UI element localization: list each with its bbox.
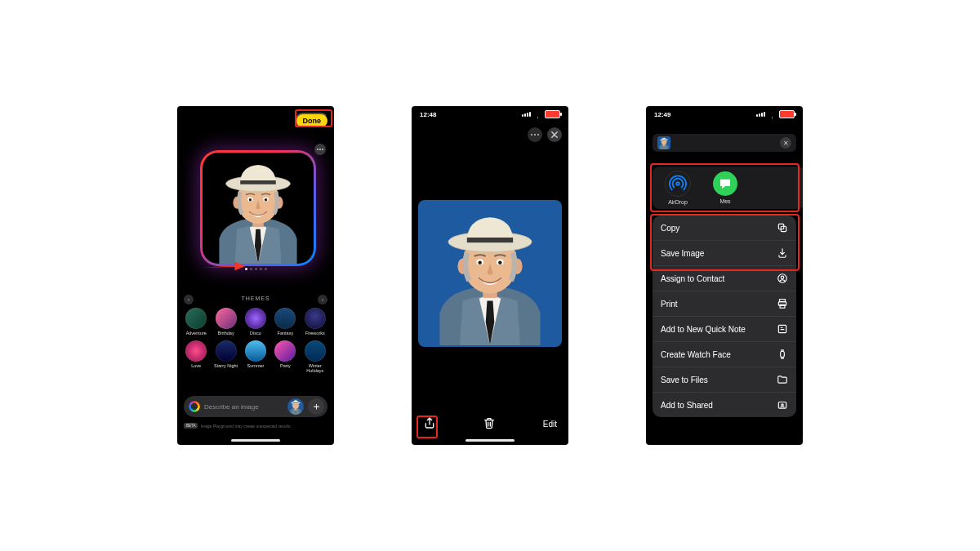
theme-label: Fantasy	[278, 331, 294, 335]
fineprint: BETA Image Playground may create unexpec…	[184, 423, 327, 429]
statusbar: 12:48 14	[412, 106, 568, 122]
highlight-share-row	[650, 163, 800, 212]
close-button[interactable]: ✕	[780, 137, 791, 149]
home-indicator[interactable]	[231, 439, 280, 442]
more-button[interactable]	[314, 144, 326, 155]
beta-badge: BETA	[184, 423, 198, 429]
watch-icon	[777, 349, 788, 360]
theme-disco[interactable]: Disco	[242, 308, 270, 335]
statusbar: 12:49 14	[646, 106, 803, 122]
themes-heading: THEMES	[177, 295, 334, 301]
delete-button[interactable]	[483, 416, 496, 431]
siri-icon	[189, 401, 200, 412]
theme-label: Fireworks	[305, 331, 325, 335]
shared-icon	[777, 399, 788, 411]
theme-label: Party	[280, 363, 291, 368]
add-button[interactable]: ＋	[308, 398, 324, 415]
theme-fantasy[interactable]: Fantasy	[271, 308, 299, 335]
close-button[interactable]	[547, 127, 562, 142]
screenshots-row: Done ‹ THEMES › AdventureBirthdayDiscoFa…	[0, 106, 980, 445]
action-label: Add to New Quick Note	[661, 325, 746, 334]
theme-summer[interactable]: Summer	[242, 340, 270, 373]
edit-button[interactable]: Edit	[543, 420, 557, 429]
theme-adventure[interactable]: Adventure	[182, 308, 210, 335]
signal-icon	[522, 112, 531, 117]
theme-label: Adventure	[186, 331, 207, 335]
prompt-input[interactable]: Describe an image	[204, 403, 283, 411]
wifi-icon	[533, 110, 542, 119]
more-button[interactable]	[528, 127, 542, 142]
battery-icon: 14	[545, 110, 560, 118]
prompt-input-row: Describe an image ＋	[184, 396, 327, 417]
action-print[interactable]: Print	[653, 291, 796, 317]
highlight-done	[295, 109, 332, 127]
action-label: Print	[661, 300, 678, 309]
action-label: Assign to Contact	[661, 274, 724, 283]
highlight-share	[416, 415, 438, 438]
themes-next-button[interactable]: ›	[318, 295, 327, 304]
annotation-arrow	[202, 260, 247, 272]
wifi-icon	[768, 110, 777, 119]
image-preview[interactable]	[418, 200, 562, 347]
share-sheet-header: ✕	[653, 134, 796, 152]
theme-winter-holidays[interactable]: Winter Holidays	[301, 340, 329, 373]
status-time: 12:49	[654, 111, 670, 118]
share-thumbnail	[657, 136, 670, 149]
generated-avatar	[203, 153, 314, 264]
action-files[interactable]: Save to Files	[653, 367, 796, 393]
theme-birthday[interactable]: Birthday	[212, 308, 240, 335]
action-watch[interactable]: Create Watch Face	[653, 342, 796, 367]
theme-label: Love	[191, 363, 201, 368]
phone-2: 12:48 14 Edit	[412, 106, 568, 445]
theme-party[interactable]: Party	[271, 340, 299, 373]
page-dots	[177, 268, 334, 270]
highlight-actions	[650, 214, 800, 271]
themes-grid: AdventureBirthdayDiscoFantasyFireworksLo…	[182, 308, 329, 373]
theme-label: Winter Holidays	[306, 363, 323, 373]
theme-love[interactable]: Love	[182, 340, 210, 373]
theme-label: Disco	[250, 331, 261, 335]
print-icon	[777, 298, 788, 309]
generated-image-frame	[200, 150, 316, 266]
theme-label: Starry Night	[214, 363, 238, 368]
files-icon	[777, 374, 788, 385]
signal-icon	[756, 112, 765, 117]
battery-icon: 14	[779, 110, 795, 118]
action-label: Create Watch Face	[661, 350, 731, 359]
theme-label: Summer	[247, 363, 265, 368]
phone-1: Done ‹ THEMES › AdventureBirthdayDiscoFa…	[177, 106, 334, 445]
action-label: Save to Files	[661, 375, 708, 384]
theme-fireworks[interactable]: Fireworks	[301, 308, 329, 335]
note-icon	[777, 323, 788, 335]
status-time: 12:48	[420, 111, 436, 118]
action-note[interactable]: Add to New Quick Note	[653, 317, 796, 342]
action-label: Add to Shared	[661, 401, 713, 410]
reference-avatar[interactable]	[287, 398, 304, 415]
theme-label: Birthday	[218, 331, 234, 335]
action-shared[interactable]: Add to Shared	[653, 393, 796, 417]
home-indicator[interactable]	[466, 439, 514, 442]
theme-starry-night[interactable]: Starry Night	[212, 340, 240, 373]
phone-3: 12:49 14 ✕ AirDropMes CopySave ImageAssi…	[646, 106, 803, 445]
contact-icon	[777, 273, 788, 284]
